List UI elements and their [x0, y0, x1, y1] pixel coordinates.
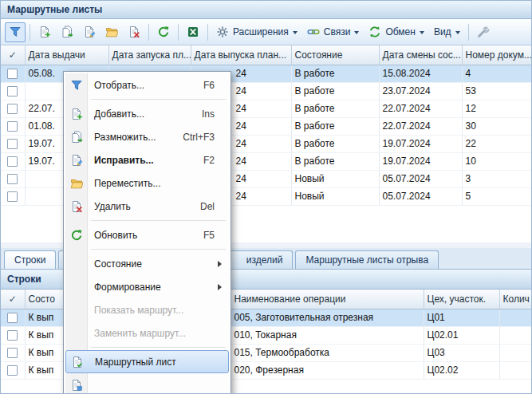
cell-workshop[interactable]: Ц02.02	[424, 361, 499, 379]
row-checkbox[interactable]	[7, 69, 18, 79]
links-menu-label: Связи	[324, 26, 351, 37]
cell-doc-number[interactable]: 53	[462, 82, 531, 100]
tab-route-sheets-otryva[interactable]: Маршрутные листы отрыва	[295, 250, 439, 269]
cell-state-change-date[interactable]: 22.07.2024	[379, 100, 462, 117]
toolbar-separator	[30, 24, 30, 41]
cell-doc-number[interactable]: 22	[462, 135, 531, 152]
exchange-icon	[368, 26, 381, 38]
cell-check	[1, 187, 25, 205]
refresh-button[interactable]	[153, 22, 174, 42]
col-workshop[interactable]: Цех, участок.	[424, 290, 499, 309]
tab-stroki[interactable]: Строки	[4, 250, 56, 269]
row-checkbox[interactable]	[7, 174, 18, 184]
cell-workshop[interactable]: Ц03	[424, 344, 499, 361]
cell-state-change-date[interactable]: 23.07.2024	[379, 82, 462, 100]
cell-state-change-date[interactable]: 19.07.2024	[379, 152, 462, 170]
duplicate-button[interactable]	[57, 22, 77, 42]
menu-item-state[interactable]: Состояние	[65, 252, 229, 275]
col-operation[interactable]: Наименование операции	[231, 290, 424, 309]
export-excel-button[interactable]	[183, 22, 203, 42]
delete-document-icon	[70, 200, 83, 213]
col-check[interactable]: ✓	[1, 45, 25, 65]
menu-item-filter[interactable]: Отобрать... F6	[65, 73, 229, 97]
cell-state[interactable]: В работе	[291, 152, 379, 170]
view-menu-button[interactable]: Вид	[430, 22, 464, 42]
extensions-menu-button[interactable]: Расширения	[212, 22, 301, 42]
exchange-menu-button[interactable]: Обмен	[365, 22, 428, 42]
menu-item-duplicate[interactable]: Размножить... Ctrl+F3	[65, 125, 229, 148]
cell-workshop[interactable]: Ц02.01	[424, 326, 499, 344]
row-checkbox[interactable]	[7, 156, 18, 167]
col-doc-number[interactable]: Номер докум...	[462, 45, 531, 65]
cell-quantity[interactable]	[499, 326, 531, 344]
row-checkbox[interactable]	[7, 104, 18, 114]
row-checkbox[interactable]	[7, 191, 18, 202]
menu-item-label: Заменить маршрут...	[94, 328, 224, 339]
add-button[interactable]	[34, 22, 55, 42]
caret-down-icon	[455, 31, 460, 34]
col-check[interactable]: ✓	[1, 290, 25, 309]
col-launch-date[interactable]: Дата запуска пл...	[108, 45, 191, 65]
cell-operation[interactable]: 010, Токарная	[231, 326, 424, 344]
cell-doc-number[interactable]: 4	[462, 65, 531, 82]
move-button[interactable]	[101, 22, 122, 42]
menu-item-edit[interactable]: Исправить... F2	[65, 148, 229, 171]
col-state[interactable]: Состояние	[291, 45, 379, 65]
cell-doc-number[interactable]: 10	[462, 152, 531, 170]
cell-quantity[interactable]	[499, 361, 531, 379]
links-icon	[307, 26, 320, 38]
edit-button[interactable]	[79, 22, 100, 42]
cell-state[interactable]: В работе	[291, 65, 379, 82]
col-issue-date[interactable]: Дата выдачи	[25, 45, 108, 65]
delete-button[interactable]	[124, 22, 144, 42]
menu-item-move[interactable]: Переместить...	[65, 171, 229, 195]
row-checkbox[interactable]	[7, 365, 18, 376]
row-checkbox[interactable]	[7, 330, 18, 341]
menu-item-formation[interactable]: Формирование	[65, 275, 229, 298]
row-checkbox[interactable]	[7, 313, 18, 323]
cell-state[interactable]: В работе	[291, 135, 379, 152]
delete-document-icon	[128, 26, 140, 38]
cell-doc-number[interactable]: 12	[462, 100, 531, 117]
settings-button[interactable]	[473, 22, 494, 42]
cell-state[interactable]: Новый	[291, 187, 379, 205]
menu-item-add[interactable]: Добавить... Ins	[65, 102, 229, 125]
menu-item-replace-route: Заменить маршрут...	[65, 321, 229, 345]
menu-item-shortcut: Del	[200, 201, 215, 212]
cell-workshop[interactable]: Ц01	[424, 309, 499, 326]
cell-state-change-date[interactable]: 19.07.2024	[379, 135, 462, 152]
links-menu-button[interactable]: Связи	[303, 22, 364, 42]
col-quantity[interactable]: Колич	[499, 290, 531, 309]
cell-doc-number[interactable]: 3	[462, 170, 531, 187]
cell-check	[1, 309, 25, 326]
row-checkbox[interactable]	[7, 86, 18, 97]
menu-item-refresh[interactable]: Обновить F5	[65, 223, 229, 246]
cell-operation[interactable]: 020, Фрезерная	[231, 361, 424, 379]
cell-doc-number[interactable]: 5	[462, 187, 531, 205]
menu-item-delete[interactable]: Удалить Del	[65, 195, 229, 218]
cell-state-change-date[interactable]: 05.07.2024	[379, 170, 462, 187]
col-state-change-date[interactable]: Дата смены сос...	[379, 45, 462, 65]
cell-operation[interactable]: 005, Заготовительная отрезная	[231, 309, 424, 326]
cell-state[interactable]: В работе	[291, 82, 379, 100]
menu-item-label: Маршрутный лист	[95, 357, 223, 368]
col-plan-release-date[interactable]: Дата выпуска план...	[191, 45, 291, 65]
menu-item-label: Добавить...	[94, 108, 195, 120]
cell-operation[interactable]: 015, Термообработка	[231, 344, 424, 361]
cell-state[interactable]: В работе	[291, 100, 379, 117]
menu-item-route-sheet[interactable]: Маршрутный лист	[65, 350, 229, 373]
cell-quantity[interactable]	[499, 309, 531, 326]
cell-state[interactable]: Новый	[291, 170, 379, 187]
cell-state-change-date[interactable]: 22.07.2024	[379, 117, 462, 135]
row-checkbox[interactable]	[7, 348, 18, 358]
row-checkbox[interactable]	[7, 121, 18, 132]
cell-doc-number[interactable]: 30	[462, 117, 531, 135]
cell-state-change-date[interactable]: 05.07.2024	[379, 187, 462, 205]
row-checkbox[interactable]	[7, 139, 18, 149]
cell-state-change-date[interactable]: 15.08.2024	[379, 65, 462, 82]
cell-quantity[interactable]	[499, 344, 531, 361]
cell-state[interactable]: В работе	[291, 117, 379, 135]
menu-item-shortcut: F2	[203, 155, 215, 166]
menu-item-partial[interactable]	[65, 373, 229, 394]
filter-button[interactable]	[5, 22, 26, 42]
